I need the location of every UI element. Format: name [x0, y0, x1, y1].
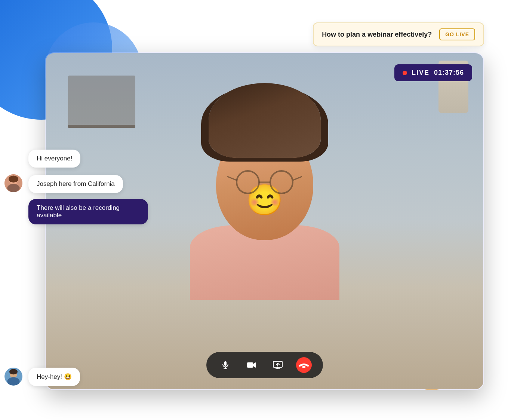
room-shelf: [68, 76, 135, 128]
avatar-joseph: [4, 174, 23, 193]
live-timer: 01:37:56: [434, 69, 464, 77]
svg-point-21: [7, 377, 19, 386]
chat-bubble-3: There will also be a recording available: [28, 199, 148, 224]
end-call-icon: [299, 361, 309, 370]
end-call-button[interactable]: [296, 357, 312, 373]
live-label: LIVE: [412, 69, 430, 77]
camera-icon: [247, 361, 256, 370]
svg-rect-13: [302, 366, 305, 368]
chat-bubble-2: Joseph here from California: [28, 175, 123, 193]
chat-area: Hi everyone! Joseph here from California…: [0, 150, 148, 224]
avatar-bottom: [4, 367, 23, 386]
live-badge: LIVE 01:37:56: [394, 64, 472, 81]
svg-point-1: [270, 171, 293, 193]
presenter-video: [194, 83, 336, 300]
svg-point-17: [7, 184, 19, 192]
svg-line-3: [227, 177, 237, 180]
avatar-joseph-image: [4, 174, 22, 192]
chat-bubble-bottom: Hey-hey! 😆: [28, 368, 80, 386]
chat-bottom: Hey-hey! 😆: [0, 367, 80, 386]
presenter-hair: [209, 83, 321, 158]
microphone-button[interactable]: [218, 357, 233, 373]
svg-rect-5: [224, 361, 227, 366]
banner-question: How to plan a webinar effectively?: [322, 31, 432, 39]
screen-share-icon: [273, 361, 283, 370]
svg-line-4: [293, 177, 302, 180]
svg-point-0: [237, 171, 259, 193]
microphone-icon: [221, 361, 230, 370]
svg-point-20: [9, 369, 18, 375]
chat-message-3: There will also be a recording available: [0, 199, 148, 224]
avatar-male-image: [4, 367, 22, 386]
controls-bar: [206, 352, 323, 378]
go-live-button[interactable]: GO LIVE: [439, 28, 475, 40]
chat-message-1: Hi everyone!: [0, 150, 148, 168]
chat-message-2: Joseph here from California: [0, 174, 148, 193]
live-indicator-dot: [403, 71, 407, 75]
top-banner: How to plan a webinar effectively? GO LI…: [313, 22, 484, 46]
svg-point-16: [9, 176, 18, 183]
presenter-glasses: [227, 169, 302, 195]
camera-button[interactable]: [244, 357, 259, 373]
chat-bubble-1: Hi everyone!: [28, 150, 80, 168]
svg-rect-8: [247, 362, 253, 368]
screen-share-button[interactable]: [270, 357, 286, 373]
